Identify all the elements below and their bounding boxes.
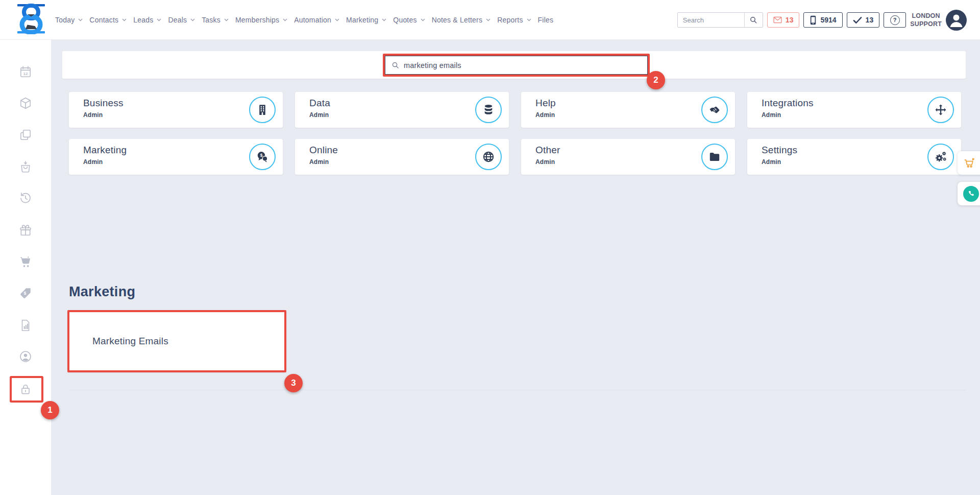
- nav-label: Leads: [133, 16, 153, 24]
- marketing-emails-label: Marketing Emails: [92, 336, 168, 347]
- nav-label: Deals: [168, 16, 187, 24]
- chevron-down-icon: [486, 18, 491, 21]
- admin-cards-grid: Business Admin Data Admin: [69, 92, 961, 175]
- annotation-highlight-search: [383, 54, 650, 77]
- annotation-badge-3: 3: [284, 374, 303, 392]
- help-button[interactable]: ?: [884, 12, 906, 28]
- admin-card-help[interactable]: Help Admin: [521, 92, 735, 128]
- nav-item-files[interactable]: Files: [538, 16, 554, 24]
- tasks-badge[interactable]: 13: [847, 12, 880, 28]
- chevron-down-icon: [283, 18, 287, 21]
- cube-icon: [19, 97, 32, 110]
- user-circle-icon: [19, 350, 32, 363]
- nav-item-today[interactable]: Today: [55, 16, 83, 24]
- user-name-line2: SUPPORT: [910, 20, 942, 28]
- chevron-down-icon: [190, 18, 195, 21]
- card-icon-circle: [927, 144, 954, 170]
- admin-search-input[interactable]: [404, 61, 641, 69]
- nav-item-memberships[interactable]: Memberships: [235, 16, 287, 24]
- question-mark-icon: ?: [890, 15, 900, 25]
- folder-icon: [708, 151, 721, 163]
- nav-label: Today: [55, 16, 75, 24]
- phone-extension-number: 5914: [820, 16, 836, 24]
- user-avatar[interactable]: [946, 10, 967, 31]
- annotation-badge-2: 2: [647, 71, 665, 89]
- calendar-icon: 12: [19, 65, 32, 79]
- handshake-icon: [708, 104, 721, 116]
- sidebar-item-gift[interactable]: [19, 224, 32, 237]
- price-tag-dollar-icon: $: [19, 287, 32, 300]
- building-icon: [256, 104, 268, 116]
- nav-item-tasks[interactable]: Tasks: [202, 16, 229, 24]
- chevron-down-icon: [224, 18, 229, 21]
- search-button[interactable]: [744, 13, 763, 27]
- floating-phone-button[interactable]: [958, 182, 980, 205]
- chevron-down-icon: [78, 18, 83, 21]
- chevron-down-icon: [382, 18, 386, 21]
- calendar-day-number: 12: [23, 72, 28, 76]
- nav-label: Automation: [294, 16, 331, 24]
- nav-label: Contacts: [89, 16, 118, 24]
- main-nav: Today Contacts Leads Deals Tasks Members…: [55, 0, 553, 40]
- nav-item-marketing[interactable]: Marketing: [346, 16, 386, 24]
- admin-card-settings[interactable]: Settings Admin: [747, 139, 961, 175]
- nav-label: Notes & Letters: [432, 16, 483, 24]
- global-search-input[interactable]: [678, 16, 744, 24]
- floating-cart-button[interactable]: [958, 151, 980, 175]
- sidebar-item-cart[interactable]: [19, 255, 32, 269]
- nav-item-notes-letters[interactable]: Notes & Letters: [432, 16, 491, 24]
- card-icon-circle: [701, 144, 728, 170]
- search-icon: [749, 16, 757, 24]
- sidebar-item-reports-file[interactable]: [19, 319, 32, 332]
- unread-email-badge[interactable]: 13: [767, 12, 800, 28]
- nav-item-automation[interactable]: Automation: [294, 16, 339, 24]
- sidebar-item-user-admin[interactable]: [19, 350, 32, 363]
- app-logo-hourglass-icon[interactable]: [14, 4, 48, 34]
- admin-search-box: [385, 56, 648, 75]
- clone-icon: [19, 128, 32, 142]
- admin-card-business[interactable]: Business Admin: [69, 92, 283, 128]
- sidebar-item-calendar[interactable]: 12: [19, 65, 32, 79]
- cart-icon: [963, 157, 975, 169]
- admin-card-online[interactable]: Online Admin: [295, 139, 509, 175]
- nav-label: Files: [538, 16, 554, 24]
- shopping-cart-icon: [19, 255, 32, 269]
- chevron-down-icon: [527, 18, 531, 21]
- nav-item-reports[interactable]: Reports: [497, 16, 531, 24]
- card-icon-circle: $: [249, 144, 276, 170]
- sidebar-item-bag-receive[interactable]: [19, 160, 32, 174]
- sidebar-item-products[interactable]: [19, 97, 32, 110]
- nav-item-contacts[interactable]: Contacts: [89, 16, 127, 24]
- admin-card-marketing[interactable]: Marketing Admin $: [69, 139, 283, 175]
- report-file-icon: [19, 319, 32, 332]
- nav-item-quotes[interactable]: Quotes: [393, 16, 425, 24]
- user-name-line1: LONDON: [910, 12, 942, 20]
- sidebar-item-history[interactable]: [19, 192, 32, 205]
- nav-item-leads[interactable]: Leads: [133, 16, 161, 24]
- sidebar-item-duplicates[interactable]: [19, 128, 32, 142]
- mobile-phone-icon: [810, 15, 817, 25]
- phone-icon: [967, 190, 975, 198]
- marketing-emails-card[interactable]: Marketing Emails: [67, 310, 286, 372]
- nav-label: Reports: [497, 16, 523, 24]
- sidebar-item-pricing[interactable]: $: [19, 287, 32, 300]
- move-arrows-icon: [935, 104, 947, 116]
- admin-card-integrations[interactable]: Integrations Admin: [747, 92, 961, 128]
- nav-item-deals[interactable]: Deals: [168, 16, 195, 24]
- envelope-icon: [773, 16, 782, 23]
- topbar: Today Contacts Leads Deals Tasks Members…: [0, 0, 980, 40]
- comments-dollar-icon: $: [256, 151, 268, 163]
- person-icon: [946, 10, 967, 31]
- search-icon: [391, 61, 399, 69]
- sidebar: 12: [0, 40, 51, 495]
- admin-card-data[interactable]: Data Admin: [295, 92, 509, 128]
- unread-email-count: 13: [786, 16, 794, 24]
- database-icon: [482, 104, 495, 116]
- nav-label: Quotes: [393, 16, 416, 24]
- nav-label: Memberships: [235, 16, 279, 24]
- admin-card-other[interactable]: Other Admin: [521, 139, 735, 175]
- phone-extension-badge[interactable]: 5914: [803, 12, 842, 28]
- nav-label: Tasks: [202, 16, 220, 24]
- card-icon-circle: [475, 97, 502, 123]
- tasks-count: 13: [866, 16, 874, 24]
